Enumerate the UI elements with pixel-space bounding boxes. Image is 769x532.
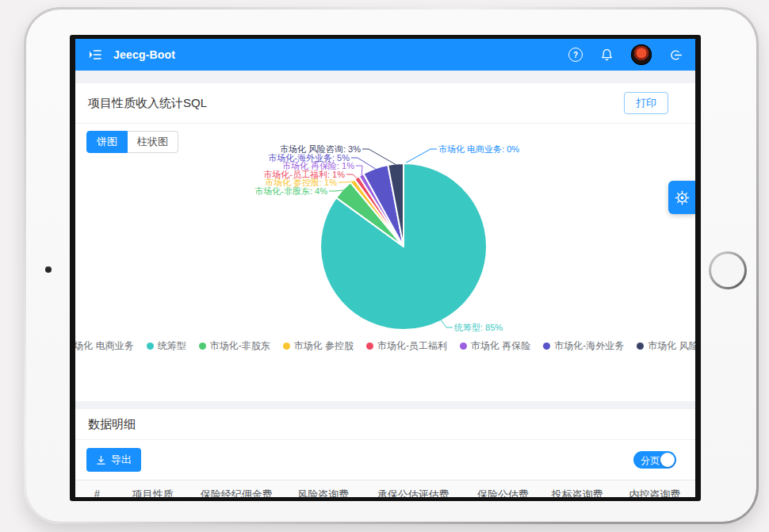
detail-toolbar: 导出 分页 [75,440,695,480]
legend-dot [199,343,206,350]
pie-label: 统筹型: 85% [454,323,503,332]
pie-label: 市场化-海外业务: 5% [268,153,350,163]
legend-dot [543,343,550,350]
pie-label: 市场化-非股东: 4% [254,186,327,196]
export-button[interactable]: 导出 [86,448,141,472]
pagination-toggle-knob [660,453,675,467]
pie-label: 市场化-员工福利: 1% [263,170,345,179]
legend-item[interactable]: 市场化-海外业务 [543,339,624,353]
column-header: # [75,488,119,497]
pie-label-line [356,166,362,176]
front-camera [45,266,52,273]
screen: Jeecg-Boot ? [70,35,701,501]
app-title: Jeecg-Boot [113,48,175,61]
legend-item[interactable]: 市场化 再保险 [460,339,530,353]
menu-unfold-icon[interactable] [88,48,102,62]
column-header: 投标咨询费 [540,488,614,497]
legend-dot [637,343,644,350]
data-detail-header: 数据明细 [75,409,695,440]
legend-item[interactable]: 市场化 参控股 [283,339,354,353]
legend-dot [283,343,290,350]
download-icon [96,455,106,465]
column-header: 承保公估评估费 [361,488,466,497]
legend-label: 市场化 参控股 [294,339,354,353]
legend-dot [366,343,373,350]
legend-item[interactable]: 市场化-非股东 [199,339,270,353]
pie-label-line [404,149,437,164]
legend-dot [147,343,154,350]
chart-card-header: 项目性质收入统计SQL 打印 [75,83,695,124]
print-button[interactable]: 打印 [624,92,668,114]
pagination-toggle-label: 分页 [641,454,660,468]
pie-chart: 市场化 电商业务: 0%统筹型: 85%市场化-非股东: 4%市场化 参控股: … [75,140,695,338]
pie-label-line [362,149,396,165]
column-header: 保险公估费 [466,488,541,497]
pie-label: 市场化 风险咨询: 3% [280,144,361,154]
pie-label-line [441,320,453,327]
pie-label: 市场化 电商业务: 0% [438,144,519,154]
table-header-row: # 项目性质 保险经纪佣金费 风险咨询费 承保公估评估费 保险公估费 投标咨询费… [75,480,695,497]
legend-item[interactable]: 市场化-员工福利 [366,339,447,353]
column-header: 项目性质 [119,488,187,497]
browser-viewport: Jeecg-Boot ? [75,39,695,497]
settings-fab[interactable] [668,181,695,214]
legend-label: 市场化-海外业务 [554,339,624,353]
legend-item[interactable]: 市场化 电商业务 [75,339,134,353]
legend-item[interactable]: 统筹型 [147,339,186,353]
page-title: 项目性质收入统计SQL [88,96,207,111]
legend-label: 市场化-非股东 [210,339,270,353]
section-title: 数据明细 [88,417,136,432]
user-avatar[interactable] [631,44,652,65]
chart-area: 饼图 柱状图 市场化 电商业务: 0%统筹型: 85%市场化-非股东: 4%市场… [75,124,695,401]
chart-legend: 市场化 电商业务统筹型市场化-非股东市场化 参控股市场化-员工福利市场化 再保险… [75,339,695,353]
legend-label: 市场化 再保险 [471,339,530,353]
question-circle-icon[interactable]: ? [568,48,583,62]
legend-item[interactable]: 市场化 风险咨询 [637,339,695,353]
column-header: 内控咨询费 [614,488,695,497]
legend-dot [460,343,467,350]
column-header: 保险经纪佣金费 [187,488,286,497]
logout-icon[interactable] [669,48,683,62]
legend-label: 统筹型 [158,339,186,353]
pagination-toggle[interactable]: 分页 [633,451,676,469]
chart-card: 项目性质收入统计SQL 打印 饼图 柱状图 市场化 电商业务: 0%统筹型: 8… [75,83,695,401]
gear-icon [675,190,690,205]
data-detail-card: 数据明细 导出 分页 [75,409,695,497]
legend-label: 市场化 电商业务 [75,339,134,353]
pie-label-line [351,158,376,169]
home-button [709,251,747,289]
column-header: 风险咨询费 [286,488,361,497]
legend-label: 市场化 风险咨询 [648,339,695,353]
app-header: Jeecg-Boot ? [75,39,695,71]
legend-label: 市场化-员工福利 [377,339,447,353]
bell-icon[interactable] [600,48,614,62]
